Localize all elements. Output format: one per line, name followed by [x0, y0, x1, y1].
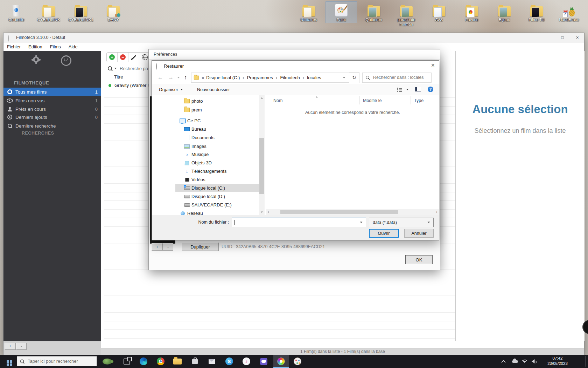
- dialog-close-icon[interactable]: ×: [431, 62, 435, 69]
- tree-scroll-thumb[interactable]: [259, 138, 264, 194]
- breadcrumb-item-2[interactable]: Programmes: [246, 75, 274, 80]
- filename-chevron-icon[interactable]: [360, 222, 363, 223]
- show-desktop-divider[interactable]: [585, 356, 586, 367]
- preview-pane-icon[interactable]: [415, 87, 421, 91]
- tree-item-vid-os[interactable]: Vidéos: [184, 176, 259, 184]
- breadcrumb-item-1[interactable]: Disque local (C:): [205, 75, 240, 80]
- taskbar-app-edge[interactable]: [136, 355, 151, 368]
- tree-item-bureau[interactable]: Bureau: [184, 125, 259, 133]
- taskbar-app-store[interactable]: [187, 355, 203, 368]
- sidebar-add-button[interactable]: +: [5, 343, 16, 350]
- desktop-icon-paint[interactable]: Paint: [326, 2, 357, 23]
- history-chevron-icon[interactable]: [177, 77, 180, 78]
- breadcrumb-bar[interactable]: « Disque local (C:)›Programmes›Filmotech…: [191, 73, 349, 83]
- filetype-select[interactable]: data (*.data): [369, 218, 434, 227]
- breadcrumb-item-3[interactable]: Filmotech: [279, 75, 300, 80]
- list-header-titre[interactable]: Titre: [114, 74, 123, 80]
- sidebar-item-dernière-recherche[interactable]: Dernière recherche: [4, 122, 101, 130]
- sidebar-item-tous-mes-films[interactable]: Tous mes films1: [4, 88, 101, 96]
- tray-chevron-up-icon[interactable]: [499, 355, 508, 368]
- views-chevron-icon[interactable]: [406, 89, 408, 90]
- ok-button[interactable]: OK: [405, 255, 433, 264]
- desktop-icon-dany[interactable]: DANY: [98, 2, 129, 23]
- tree-item-prem[interactable]: prem: [184, 106, 259, 114]
- remove-film-button[interactable]: −: [118, 53, 128, 62]
- column-type[interactable]: Type: [414, 98, 424, 103]
- taskbar-app-mail[interactable]: [204, 355, 219, 368]
- duplicate-button[interactable]: Dupliquer: [182, 243, 219, 251]
- dialog-search-box[interactable]: [362, 73, 432, 83]
- horizontal-scrollbar[interactable]: ‹ ›: [266, 209, 439, 215]
- tree-item-ce-pc[interactable]: Ce PC: [180, 117, 259, 125]
- sidebar-remove-button[interactable]: -: [16, 343, 27, 350]
- new-folder-button[interactable]: Nouveau dossier: [197, 87, 230, 92]
- taskbar-app-paint[interactable]: [290, 355, 305, 368]
- tree-item-disque-local-c-[interactable]: Disque local (C:): [175, 184, 259, 192]
- desktop-icon-quiberon[interactable]: Quiberon: [358, 2, 389, 23]
- taskbar-search-input[interactable]: [27, 358, 91, 364]
- add-film-button[interactable]: +: [107, 53, 118, 62]
- desktop-icon-bijoux[interactable]: Bijoux: [489, 2, 520, 23]
- dialog-search-input[interactable]: [372, 75, 426, 80]
- tree-item-t-l-chargements[interactable]: ↓Téléchargements: [184, 167, 259, 175]
- desktop-icon-handbrake[interactable]: HandBrake: [554, 2, 584, 23]
- desktop-icon-films-titi[interactable]: Films Titi: [521, 2, 552, 23]
- pref-add-button[interactable]: +: [152, 243, 163, 251]
- sidebar-item-derniers-ajouts[interactable]: Derniers ajouts0: [4, 113, 101, 121]
- taskbar-app-filmotech[interactable]: [273, 355, 289, 368]
- taskbar-clock[interactable]: 07:42 23/05/2023: [542, 356, 573, 366]
- taskbar-app-explorer[interactable]: [170, 355, 185, 368]
- search-icon[interactable]: [108, 66, 112, 70]
- open-button[interactable]: Ouvrir: [369, 229, 399, 238]
- scroll-right-icon[interactable]: ›: [436, 210, 438, 214]
- desktop-icon-parachute-maman[interactable]: parachute maman: [391, 2, 422, 27]
- tree-scrollbar[interactable]: [259, 95, 265, 215]
- cancel-button[interactable]: Annuler: [404, 229, 434, 238]
- back-icon[interactable]: ←: [158, 74, 163, 81]
- pref-remove-button[interactable]: -: [163, 243, 173, 251]
- menu-aide[interactable]: Aide: [68, 43, 78, 50]
- taskbar-search[interactable]: [17, 356, 97, 366]
- tree-item-photo[interactable]: photo: [184, 97, 259, 105]
- tree-item-documents[interactable]: Documents: [184, 134, 259, 142]
- taskbar-app-task-view[interactable]: [119, 355, 134, 368]
- filename-combo[interactable]: [232, 218, 366, 227]
- desktop-icon-utilitaires[interactable]: Utilitaires: [293, 2, 324, 23]
- desktop-icon-favoris[interactable]: Favoris: [456, 2, 487, 23]
- menu-edition[interactable]: Edition: [28, 43, 43, 50]
- scroll-up-icon[interactable]: [261, 97, 263, 99]
- breadcrumb-chevron-icon[interactable]: [343, 77, 345, 78]
- tray-network-icon[interactable]: [520, 355, 529, 368]
- taskbar-app-skype[interactable]: S: [222, 355, 237, 368]
- help-icon[interactable]: ?: [428, 87, 433, 92]
- h-scroll-thumb[interactable]: [280, 210, 398, 214]
- column-separator-1[interactable]: [359, 96, 360, 104]
- tree-item-musique[interactable]: ♪Musique: [184, 150, 259, 158]
- minimize-button[interactable]: –: [538, 33, 554, 43]
- desktop-icon-cyberlink1[interactable]: CYBERLINK1: [65, 2, 96, 23]
- start-button[interactable]: [0, 355, 15, 368]
- tree-item-disque-local-d-[interactable]: Disque local (D:): [184, 192, 259, 200]
- scroll-down-icon[interactable]: [261, 212, 263, 213]
- tree-item-sauvegarde-e-[interactable]: SAUVEGARDE (E:): [184, 201, 259, 209]
- desktop-icon-cyberlink[interactable]: CYBERLINK: [33, 2, 64, 23]
- refresh-button[interactable]: ↻: [349, 72, 359, 83]
- taskbar-app-chat[interactable]: [256, 355, 271, 368]
- breadcrumb-item-4[interactable]: locales: [306, 75, 322, 80]
- tray-volume-icon[interactable]: [530, 355, 539, 368]
- sidebar-item-prêts-en-cours[interactable]: Prêts en cours0: [4, 105, 101, 113]
- preferences-titlebar[interactable]: Préférences: [149, 49, 440, 60]
- edit-film-button[interactable]: [128, 53, 139, 62]
- filename-input[interactable]: [236, 219, 356, 225]
- search-filter-chevron-icon[interactable]: [114, 68, 117, 69]
- sidebar-item-films-non-vus[interactable]: Films non vus1: [4, 96, 101, 105]
- taskbar-app-turtle[interactable]: [99, 355, 115, 368]
- smiley-icon[interactable]: [61, 55, 71, 66]
- column-nom[interactable]: Nom: [273, 98, 282, 103]
- filmotech-titlebar[interactable]: Filmotech 3.10.0 - Défaut – □ ×: [4, 33, 584, 43]
- taskbar-app-chrome[interactable]: [153, 355, 168, 368]
- column-separator-2[interactable]: [411, 96, 411, 104]
- tray-onedrive-icon[interactable]: [510, 355, 519, 368]
- forward-icon[interactable]: →: [168, 74, 174, 81]
- tree-item-r-seau[interactable]: Réseau: [180, 209, 259, 215]
